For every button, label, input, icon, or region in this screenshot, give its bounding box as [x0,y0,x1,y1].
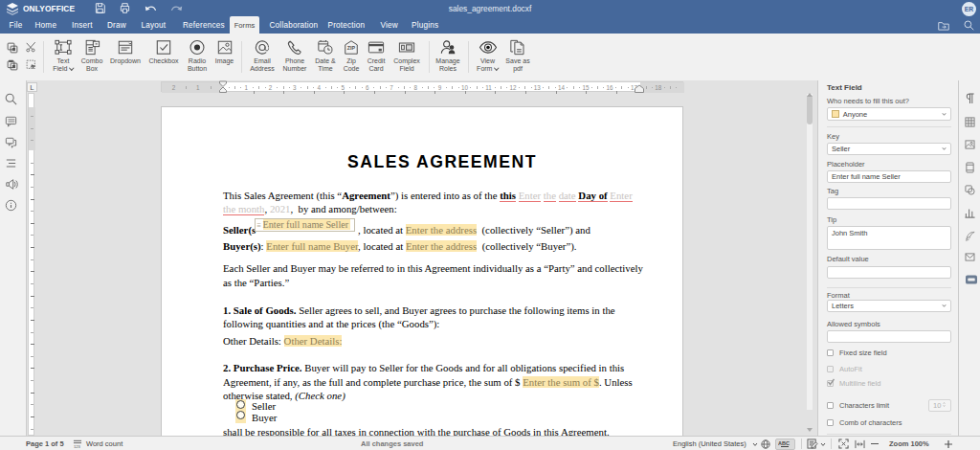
svg-text:ABC: ABC [778,440,790,446]
svg-text:123: 123 [74,444,81,448]
